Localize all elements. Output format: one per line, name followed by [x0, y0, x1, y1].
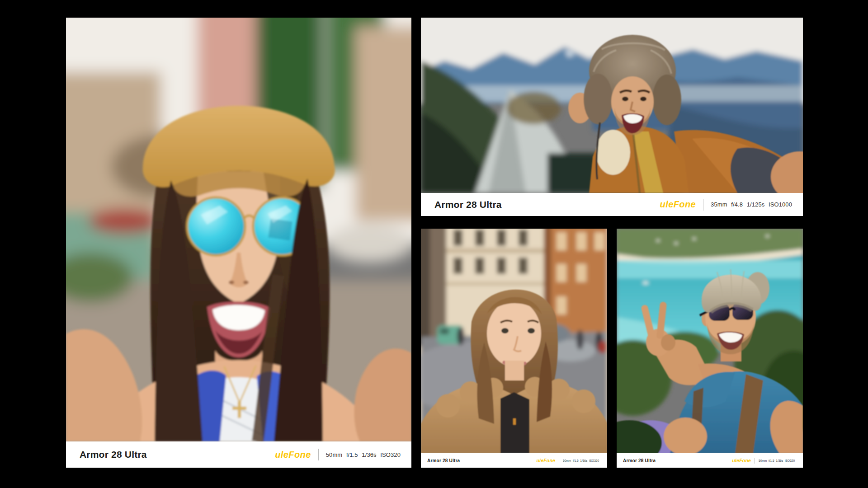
exif-info: 50mm f/1.5 1/36s ISO320 [759, 459, 795, 462]
photo-man-mountain-selfie [421, 18, 803, 193]
divider [318, 449, 319, 460]
photo-man-bay-scene [617, 229, 803, 453]
photo-woman-city-selfie [66, 18, 411, 441]
divider [559, 458, 559, 464]
caption-meta: uleFone 50mm f/1.5 1/36s ISO320 [732, 458, 795, 464]
product-name: Armor 28 Ultra [434, 199, 502, 210]
caption-bar: Armor 28 Ultra uleFone 35mm f/4.8 1/125s… [421, 193, 803, 216]
caption-bar: Armor 28 Ultra uleFone 50mm f/1.5 1/36s … [617, 453, 803, 468]
caption-bar: Armor 28 Ultra uleFone 50mm f/1.5 1/36s … [421, 453, 607, 468]
ulefone-logo: uleFone [660, 199, 696, 210]
photo-man-mountain-scene [421, 18, 803, 193]
exif-info: 35mm f/4.8 1/125s ISO1000 [711, 201, 792, 208]
ulefone-logo: uleFone [275, 450, 311, 460]
divider [703, 199, 703, 211]
exif-info: 50mm f/1.5 1/36s ISO320 [326, 451, 401, 458]
ulefone-logo: uleFone [732, 458, 751, 463]
caption-meta: uleFone 50mm f/1.5 1/36s ISO320 [536, 458, 599, 464]
product-name: Armor 28 Ultra [80, 449, 147, 460]
product-name: Armor 28 Ultra [623, 458, 656, 463]
photo-woman-city-scene [66, 18, 411, 441]
divider [755, 458, 755, 464]
caption-meta: uleFone 50mm f/1.5 1/36s ISO320 [275, 449, 401, 460]
photo-woman-square-selfie [421, 229, 607, 453]
photo-card-city: Armor 28 Ultra uleFone 50mm f/1.5 1/36s … [421, 229, 607, 468]
photo-woman-square-scene [421, 229, 607, 453]
caption-bar: Armor 28 Ultra uleFone 50mm f/1.5 1/36s … [66, 441, 411, 468]
product-name: Armor 28 Ultra [427, 458, 460, 463]
exif-info: 50mm f/1.5 1/36s ISO320 [563, 459, 599, 462]
photo-card-main: Armor 28 Ultra uleFone 50mm f/1.5 1/36s … [66, 18, 411, 468]
photo-man-bay-selfie [617, 229, 803, 453]
ulefone-logo: uleFone [536, 458, 555, 463]
caption-meta: uleFone 35mm f/4.8 1/125s ISO1000 [660, 199, 792, 211]
photo-card-bay: Armor 28 Ultra uleFone 50mm f/1.5 1/36s … [617, 229, 803, 468]
photo-card-mountain: Armor 28 Ultra uleFone 35mm f/4.8 1/125s… [421, 18, 803, 216]
